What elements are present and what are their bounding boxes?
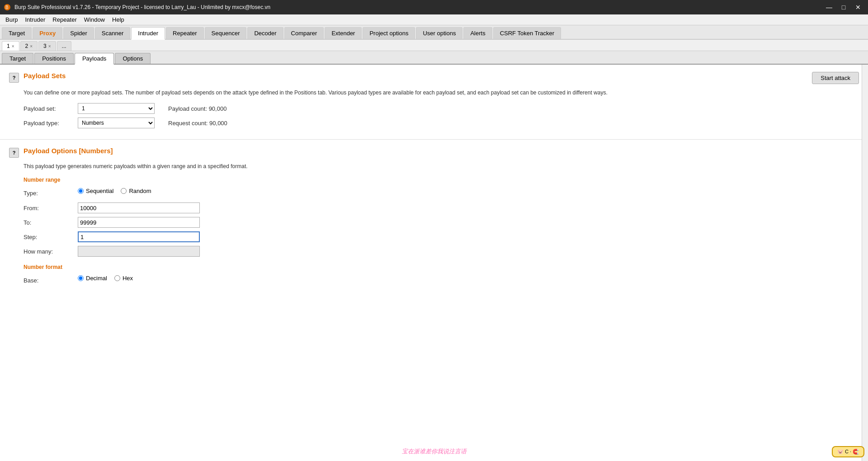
hex-option[interactable]: Hex (114, 275, 133, 282)
payload-count-label: Payload count: (168, 105, 209, 112)
random-option[interactable]: Random (121, 188, 151, 194)
maximize-button[interactable]: □ (837, 3, 850, 12)
sequential-radio[interactable] (78, 188, 84, 194)
base-radio-group: Decimal Hex (78, 275, 133, 282)
title-bar: B Burp Suite Professional v1.7.26 - Temp… (0, 0, 868, 14)
payload-sets-description: You can define one or more payload sets.… (24, 89, 859, 97)
type-row: Type: Sequential Random (24, 188, 859, 199)
request-count-value: 90,000 (209, 120, 227, 127)
tab-repeater[interactable]: Repeater (166, 27, 203, 39)
sub-tab-1-label: 1 (7, 43, 10, 49)
how-many-row: How many: (24, 246, 859, 257)
tab-inner-payloads[interactable]: Payloads (75, 53, 114, 65)
random-radio[interactable] (121, 188, 127, 194)
payload-options-header: ? Payload Options [Numbers] (9, 147, 859, 158)
payload-sets-title: Payload Sets (24, 72, 66, 80)
how-many-input[interactable] (78, 246, 200, 257)
payload-options-section: ? Payload Options [Numbers] This payload… (0, 140, 868, 297)
menu-bar: Burp Intruder Repeater Window Help (0, 14, 868, 25)
base-label: Base: (24, 277, 78, 284)
payload-type-select[interactable]: Numbers Simple list Runtime file Custom … (78, 118, 155, 128)
minimize-button[interactable]: — (823, 3, 835, 12)
window-title: Burp Suite Professional v1.7.26 - Tempor… (14, 4, 270, 10)
main-tab-bar: Target Proxy Spider Scanner Intruder Rep… (0, 25, 868, 40)
payload-options-title: Payload Options [Numbers] (24, 147, 113, 155)
menu-repeater[interactable]: Repeater (49, 15, 80, 24)
type-radio-group: Sequential Random (78, 188, 151, 194)
tab-scanner[interactable]: Scanner (95, 27, 130, 39)
tab-inner-positions[interactable]: Positions (34, 53, 74, 64)
decimal-label: Decimal (86, 275, 107, 282)
tab-csrf-token-tracker[interactable]: CSRF Token Tracker (493, 27, 561, 39)
from-label: From: (24, 205, 78, 212)
title-bar-left: B Burp Suite Professional v1.7.26 - Temp… (4, 4, 270, 11)
menu-help[interactable]: Help (108, 15, 128, 24)
decimal-option[interactable]: Decimal (78, 275, 107, 282)
payload-options-help-button[interactable]: ? (9, 148, 19, 158)
request-count-info: Request count: 90,000 (168, 120, 227, 127)
step-row: Step: (24, 231, 859, 242)
sub-tab-dots-label: ... (62, 43, 66, 49)
app-icon: B (4, 4, 11, 11)
sub-tab-dots[interactable]: ... (57, 41, 71, 51)
random-label: Random (129, 188, 151, 194)
sub-tab-1[interactable]: 1 × (2, 41, 19, 51)
payload-sets-help-button[interactable]: ? (9, 73, 19, 83)
sub-tab-3-close[interactable]: × (48, 44, 51, 49)
tab-sequencer[interactable]: Sequencer (205, 27, 247, 39)
tab-decoder[interactable]: Decoder (247, 27, 283, 39)
to-row: To: (24, 217, 859, 228)
sub-tab-3[interactable]: 3 × (38, 41, 56, 51)
step-input[interactable] (78, 231, 200, 242)
hex-label: Hex (123, 275, 133, 282)
payload-count-info: Payload count: 90,000 (168, 105, 226, 112)
payload-count-value: 90,000 (209, 105, 227, 112)
tab-proxy[interactable]: Proxy (33, 27, 62, 39)
payload-set-select[interactable]: 1 2 3 (78, 103, 155, 114)
corner-widget: 🐷 C · 🧲 (832, 446, 864, 457)
number-range-label: Number range (24, 177, 859, 183)
payload-set-label: Payload set: (24, 105, 78, 112)
from-input[interactable] (78, 202, 200, 213)
content-area: ? Payload Sets Start attack You can defi… (0, 65, 868, 461)
tab-extender[interactable]: Extender (325, 27, 362, 39)
sub-tab-2-close[interactable]: × (30, 44, 33, 49)
sub-tab-2[interactable]: 2 × (20, 41, 38, 51)
start-attack-button[interactable]: Start attack (812, 72, 859, 84)
close-button[interactable]: ✕ (852, 3, 864, 12)
to-label: To: (24, 219, 78, 226)
hex-radio[interactable] (114, 275, 120, 281)
tab-user-options[interactable]: User options (416, 27, 462, 39)
sequential-option[interactable]: Sequential (78, 188, 113, 194)
number-format-label: Number format (24, 264, 859, 270)
tab-alerts[interactable]: Alerts (463, 27, 492, 39)
menu-burp[interactable]: Burp (2, 15, 21, 24)
menu-intruder[interactable]: Intruder (21, 15, 49, 24)
tab-inner-target[interactable]: Target (2, 53, 33, 64)
decimal-radio[interactable] (78, 275, 84, 281)
payload-options-description: This payload type generates numeric payl… (24, 162, 859, 170)
svg-text:B: B (5, 5, 9, 10)
inner-tab-bar: Target Positions Payloads Options (0, 51, 868, 65)
tab-intruder[interactable]: Intruder (131, 27, 165, 40)
sub-tab-1-close[interactable]: × (12, 44, 14, 49)
menu-window[interactable]: Window (80, 15, 108, 24)
tab-project-options[interactable]: Project options (363, 27, 415, 39)
to-input[interactable] (78, 217, 200, 228)
payload-set-row: Payload set: 1 2 3 Payload count: 90,000 (24, 103, 859, 114)
tab-comparer[interactable]: Comparer (284, 27, 324, 39)
title-bar-controls: — □ ✕ (823, 3, 864, 12)
base-row: Base: Decimal Hex (24, 275, 859, 286)
sequential-label: Sequential (86, 188, 113, 194)
step-label: Step: (24, 234, 78, 240)
tab-inner-options[interactable]: Options (115, 53, 151, 64)
tab-spider[interactable]: Spider (63, 27, 94, 39)
tab-target[interactable]: Target (2, 27, 32, 39)
sub-tab-bar: 1 × 2 × 3 × ... (0, 40, 868, 51)
how-many-label: How many: (24, 248, 78, 255)
payload-type-row: Payload type: Numbers Simple list Runtim… (24, 118, 859, 128)
payload-sets-section: ? Payload Sets Start attack You can defi… (0, 65, 868, 140)
sub-tab-2-label: 2 (25, 43, 28, 49)
scrollbar[interactable] (862, 65, 868, 461)
watermark: 宝在派谁差你我说注言语 (402, 447, 467, 456)
